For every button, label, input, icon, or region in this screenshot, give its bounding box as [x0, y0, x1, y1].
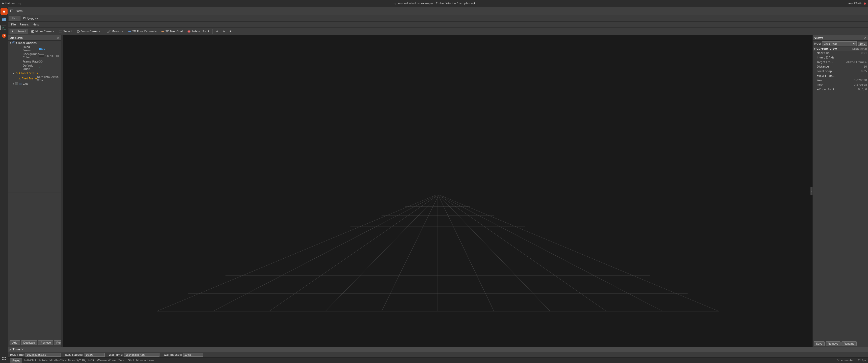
dock-apps[interactable]: [0, 355, 7, 362]
ros-elapsed-input[interactable]: [85, 353, 105, 357]
displays-title: Displays: [9, 36, 23, 40]
pitch-value[interactable]: 0.570398: [854, 83, 867, 87]
views-rename-btn[interactable]: Rename: [841, 341, 857, 346]
focal-point-label: Focal Point: [819, 88, 834, 91]
measure-button[interactable]: Measure: [105, 29, 125, 34]
distance-label: Distance: [817, 65, 829, 68]
dock-files[interactable]: [0, 16, 7, 23]
views-panel-header: Views ✕: [813, 35, 868, 41]
left-collapse-handle[interactable]: ‹: [61, 35, 63, 347]
window-form-title: Form: [16, 9, 23, 12]
tab-rviz[interactable]: Rviz: [9, 15, 21, 21]
time-panel-toggle[interactable]: ▶: [9, 348, 11, 351]
bottom-area: ▶ Time ✕ ROS Time: ROS Elapsed: Wal: [8, 347, 868, 363]
measure-icon: [107, 30, 111, 33]
frame-rate-row[interactable]: Frame Rate 30: [8, 59, 61, 64]
views-zero-btn[interactable]: Zero: [858, 42, 867, 45]
fixed-frame-error-icon: ⚠: [18, 77, 21, 80]
add-display-button[interactable]: Add: [9, 340, 20, 345]
window-title-bar: rqt_embed_window_example__EmbedWindowExa…: [393, 2, 475, 5]
background-color-swatch[interactable]: [39, 55, 44, 57]
menu-file[interactable]: File: [9, 22, 18, 27]
fixed-frame-row[interactable]: Fixed Frame map: [8, 45, 61, 52]
focus-camera-button[interactable]: Focus Camera: [75, 29, 102, 34]
svg-line-54: [441, 196, 719, 311]
svg-point-1: [3, 10, 5, 12]
rviz-viewport[interactable]: .grid-line { stroke: #555; stroke-width:…: [63, 35, 812, 347]
toolbar-extra-1[interactable]: ⊕: [214, 29, 220, 34]
views-type-select[interactable]: Orbit (rviz): [822, 41, 857, 46]
viewport-expand-right[interactable]: ›: [810, 187, 812, 195]
global-status-arrow[interactable]: ▶: [12, 72, 15, 75]
menu-panels[interactable]: Panels: [18, 22, 31, 27]
tab-plotjuggler[interactable]: PlotJuggler: [21, 15, 41, 21]
menu-help[interactable]: Help: [31, 22, 41, 27]
app-indicator[interactable]: rqt: [18, 2, 22, 5]
time-panel-title: Time: [12, 348, 20, 351]
move-camera-icon: [31, 30, 35, 33]
nav-goal-button[interactable]: 2D Nav Goal: [159, 29, 184, 34]
default-light-row[interactable]: Default Light ✓: [8, 64, 61, 71]
current-view-section[interactable]: ▼ Current View Orbit (rviz): [813, 47, 868, 51]
fixed-frame-prop-name: Fixed Frame: [15, 45, 39, 52]
dock-ubuntu[interactable]: [0, 8, 7, 15]
wall-elapsed-label: Wall Elapsed:: [163, 353, 182, 357]
yaw-row: Yaw 0.870398: [813, 78, 868, 82]
clock: ven 22:44: [847, 2, 862, 5]
move-camera-label: Move Camera: [35, 30, 55, 33]
current-view-label: Current View: [816, 47, 837, 51]
time-row: ROS Time: ROS Elapsed: Wall Time: Wall E…: [8, 352, 868, 358]
distance-value[interactable]: 10: [864, 65, 867, 68]
displays-close-btn[interactable]: ✕: [57, 36, 59, 40]
pitch-row: Pitch 0.570398: [813, 82, 868, 87]
dock-help[interactable]: ?: [0, 32, 7, 39]
interact-label: Interact: [16, 30, 27, 33]
target-frame-row: Target Fra... <Fixed Frame>: [813, 60, 868, 64]
grid-arrow[interactable]: ▶: [12, 82, 15, 85]
publish-point-button[interactable]: Publish Point: [185, 29, 211, 34]
displays-panel-header: Displays ✕: [8, 35, 61, 41]
global-options-row[interactable]: ▼ Global Options: [8, 41, 61, 45]
toolbar-extra-3[interactable]: ⊞: [227, 29, 233, 34]
global-status-row[interactable]: ▶ ⚠ Global Status...: [8, 71, 61, 75]
views-save-btn[interactable]: Save: [814, 341, 825, 346]
grid-checkbox[interactable]: ✓: [15, 82, 18, 85]
views-close-btn[interactable]: ✕: [864, 36, 867, 40]
fixed-frame-value[interactable]: map: [39, 47, 45, 51]
global-options-arrow[interactable]: ▼: [9, 41, 12, 44]
measure-label: Measure: [112, 30, 123, 33]
window-title-text: rqt_embed_window_example__EmbedWindowExa…: [393, 2, 475, 5]
ros-elapsed-field: ROS Elapsed:: [65, 353, 105, 357]
toolbar-extra-2[interactable]: ⊖: [221, 29, 226, 34]
yaw-value[interactable]: 0.870398: [854, 79, 867, 82]
focal-shape-x-value[interactable]: 0.05: [861, 70, 867, 73]
svg-rect-10: [2, 359, 3, 360]
target-frame-value[interactable]: <Fixed Frame>: [845, 61, 867, 64]
views-remove-btn[interactable]: Remove: [826, 341, 840, 346]
focal-shape-x-row: Focal Shap... 0.05: [813, 69, 868, 73]
time-panel-close[interactable]: ✕: [21, 348, 24, 351]
wall-elapsed-input[interactable]: [183, 353, 204, 357]
rviz-toolbar: Interact Move Camera Select: [8, 28, 868, 35]
displays-tree: ▼ Global Options Fixed Frame map: [8, 41, 61, 193]
duplicate-display-button[interactable]: Duplicate: [21, 340, 37, 345]
activities-button[interactable]: Activities: [2, 2, 14, 5]
focal-point-arrow[interactable]: ▶: [817, 88, 819, 91]
near-clip-value[interactable]: 0.01: [861, 52, 867, 55]
focal-point-value[interactable]: 0; 0; 0: [858, 88, 867, 91]
main-tabs: Rviz PlotJuggler: [8, 15, 868, 22]
pose-estimate-button[interactable]: 2D Pose Estimate: [126, 29, 158, 34]
grid-row[interactable]: ▶ ✓ Grid: [8, 81, 61, 86]
remove-display-button[interactable]: Remove: [38, 340, 53, 345]
wall-time-input[interactable]: [124, 353, 159, 357]
reset-button[interactable]: Reset: [10, 359, 22, 363]
dock-terminal[interactable]: >_: [0, 24, 7, 31]
select-button[interactable]: Select: [57, 29, 74, 34]
publish-point-icon: [187, 30, 191, 33]
fixed-frame-error-label: Fixed Frame: [22, 77, 37, 80]
interact-button[interactable]: Interact: [9, 29, 28, 34]
ros-time-input[interactable]: [26, 353, 61, 357]
move-camera-button[interactable]: Move Camera: [29, 29, 56, 34]
background-color-row[interactable]: Background Color 48; 48; 48: [8, 52, 61, 59]
focus-camera-label: Focus Camera: [81, 30, 100, 33]
